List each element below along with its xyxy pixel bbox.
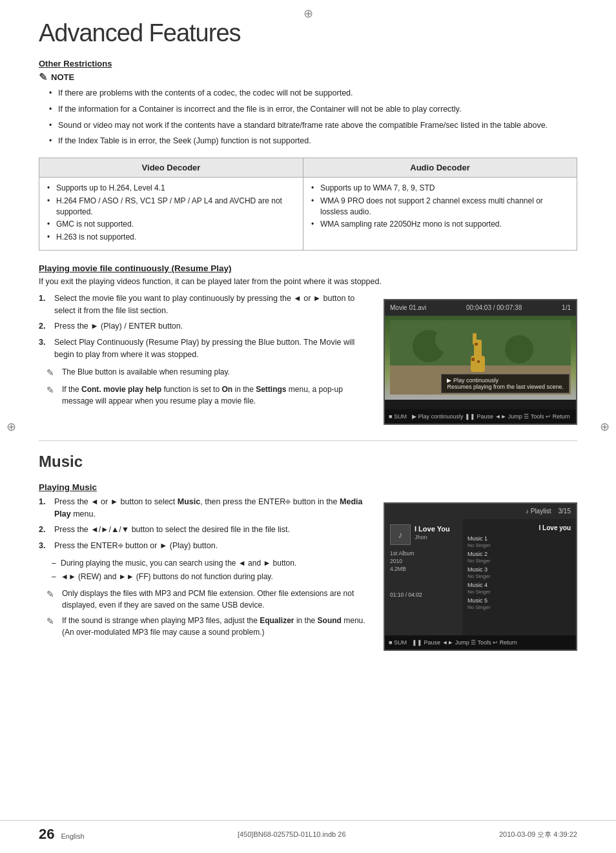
- step-num-2: 2.: [39, 320, 49, 333]
- pencil-icon-2: ✎: [46, 384, 58, 407]
- step-num-1: 1.: [39, 293, 49, 317]
- movie-step-3: 3. Select Play Continuously (Resume Play…: [39, 336, 371, 361]
- music-dash-1: During playing the music, you can search…: [52, 557, 371, 569]
- video-item-1: Supports up to H.264, Level 4.1: [47, 183, 295, 194]
- movie-sub-note-1: ✎ The Blue button is available when resu…: [39, 366, 371, 380]
- note-item-1: If there are problems with the contents …: [49, 87, 577, 99]
- music-album: 1st Album: [390, 550, 457, 557]
- audio-decoder-cell: Supports up to WMA 7, 8, 9, STD WMA 9 PR…: [303, 178, 577, 251]
- music-step-num-2: 2.: [39, 524, 49, 536]
- screen-overlay: ▶ Play continuously Resumes playing from…: [441, 374, 570, 393]
- screen-bottom-left: ■ SUM: [389, 413, 407, 420]
- svg-rect-10: [477, 360, 480, 363]
- crosshair-left-icon: ⊕: [6, 420, 16, 434]
- movie-two-col: 1. Select the movie file you want to pla…: [39, 293, 577, 425]
- music-step-content-1: Press the ◄ or ► button to select Music,…: [54, 496, 371, 520]
- movie-screen-area: Movie 01.avi 00:04:03 / 00:07:38 1/1: [384, 293, 577, 425]
- movie-sub-note-text-1: The Blue button is available when resumi…: [62, 366, 230, 380]
- movie-sub-note-2: ✎ If the Cont. movie play help function …: [39, 384, 371, 407]
- music-step-1: 1. Press the ◄ or ► button to select Mus…: [39, 496, 371, 520]
- footer-file-info: [450]BN68-02575D-01L10.indb 26: [238, 830, 346, 838]
- pencil-icon-1: ✎: [46, 366, 58, 380]
- music-sub-note-2: ✎ If the sound is strange when playing M…: [39, 615, 371, 638]
- page-number: 26: [39, 826, 54, 843]
- music-steps-list: 1. Press the ◄ or ► button to select Mus…: [39, 496, 371, 552]
- music-screen-mockup: ♪ Playlist 3/15 ♪ I Love You Jhon: [384, 502, 577, 651]
- audio-item-3: WMA sampling rate 22050Hz mono is not su…: [311, 219, 569, 230]
- step-content-1: Select the movie file you want to play c…: [54, 293, 371, 317]
- music-size: 4.2MB: [390, 566, 457, 572]
- note-list: If there are problems with the contents …: [39, 87, 577, 147]
- music-section: Music Playing Music 1. Press the ◄ or ► …: [39, 453, 577, 651]
- movie-instructions: 1. Select the movie file you want to pla…: [39, 293, 371, 425]
- note-item-4: If the Index Table is in error, the Seek…: [49, 135, 577, 147]
- music-track-1: Music 1 No Singer: [467, 535, 571, 548]
- other-restrictions-heading: Other Restrictions: [39, 59, 577, 68]
- music-step-2: 2. Press the ◄/►/▲/▼ button to select th…: [39, 524, 371, 536]
- svg-point-3: [435, 327, 461, 353]
- other-restrictions-section: Other Restrictions ✎ NOTE If there are p…: [39, 59, 577, 147]
- audio-item-1: Supports up to WMA 7, 8, 9, STD: [311, 183, 569, 194]
- page-title: Advanced Features: [39, 19, 577, 47]
- music-progress: 01:10 / 04:02: [390, 591, 457, 598]
- note-item-3: Sound or video may not work if the conte…: [49, 119, 577, 132]
- music-step-content-2: Press the ◄/►/▲/▼ button to select the d…: [54, 524, 371, 536]
- music-instructions: 1. Press the ◄ or ► button to select Mus…: [39, 496, 371, 651]
- section-divider: [39, 440, 577, 441]
- movie-step-1: 1. Select the movie file you want to pla…: [39, 293, 371, 317]
- step-content-2: Press the ► (Play) / ENTER button.: [54, 320, 371, 333]
- music-step-3: 3. Press the ENTER⎆ button or ► (Play) b…: [39, 540, 371, 552]
- audio-item-2: WMA 9 PRO does not support 2 channel exc…: [311, 196, 569, 218]
- music-right-panel: I Love you Music 1 No Singer Music 2 No …: [462, 519, 576, 635]
- music-sub-note-1: ✎ Only displays the files with MP3 and P…: [39, 588, 371, 611]
- audio-decoder-header: Audio Decoder: [303, 158, 577, 178]
- music-bottom-left: ■ SUM: [389, 639, 407, 646]
- video-decoder-header: Video Decoder: [39, 158, 303, 178]
- music-screen-top-bar: ♪ Playlist 3/15: [385, 504, 576, 519]
- svg-rect-8: [475, 343, 478, 345]
- music-song-title: I Love You: [415, 525, 450, 533]
- screen-filename: Movie 01.avi: [390, 304, 426, 311]
- music-screen-bottom-bar: ■ SUM ❚❚ Pause ◄► Jump ☰ Tools ↩ Return: [385, 635, 576, 650]
- music-step-num-1: 1.: [39, 496, 49, 520]
- note-label: ✎ NOTE: [39, 71, 577, 83]
- footer-language: English: [61, 832, 84, 840]
- overlay-sub: Resumes playing from the last viewed sce…: [447, 384, 564, 390]
- music-track-5: Music 5 No Singer: [467, 597, 571, 610]
- music-track-3: Music 3 No Singer: [467, 566, 571, 579]
- video-item-4: H.263 is not supported.: [47, 232, 295, 243]
- music-track-2: Music 2 No Singer: [467, 551, 571, 564]
- music-two-col: 1. Press the ◄ or ► button to select Mus…: [39, 496, 577, 651]
- step-num-3: 3.: [39, 336, 49, 361]
- music-step-content-3: Press the ENTER⎆ button or ► (Play) butt…: [54, 540, 371, 552]
- music-screen-area: ♪ Playlist 3/15 ♪ I Love You Jhon: [384, 496, 577, 651]
- music-year: 2010: [390, 558, 457, 564]
- video-item-2: H.264 FMO / ASO / RS, VC1 SP / MP / AP L…: [47, 196, 295, 218]
- movie-step-2: 2. Press the ► (Play) / ENTER button.: [39, 320, 371, 333]
- movie-sub-note-text-2: If the Cont. movie play help function is…: [62, 384, 371, 407]
- decoder-table: Video Decoder Audio Decoder Supports up …: [39, 158, 577, 251]
- music-sub-note-text-2: If the sound is strange when playing MP3…: [62, 615, 371, 638]
- pencil-icon-4: ✎: [46, 615, 58, 638]
- step-content-3: Select Play Continuously (Resume Play) b…: [54, 336, 371, 361]
- page-content: ⊕ ⊕ ⊕ Advanced Features Other Restrictio…: [0, 0, 616, 853]
- footer-date: 2010-03-09 오후 4:39:22: [499, 830, 577, 839]
- movie-steps-list: 1. Select the movie file you want to pla…: [39, 293, 371, 361]
- page-footer: 26 English [450]BN68-02575D-01L10.indb 2…: [0, 820, 616, 843]
- overlay-title: ▶ Play continuously: [447, 377, 564, 384]
- movie-section: Playing movie file continuously (Resume …: [39, 263, 577, 425]
- music-step-num-3: 3.: [39, 540, 49, 552]
- screen-video-area: ▶ Play continuously Resumes playing from…: [385, 316, 576, 400]
- music-note-icon: ♪: [390, 524, 411, 545]
- video-item-3: GMC is not supported.: [47, 219, 295, 230]
- music-track-4: Music 4 No Singer: [467, 582, 571, 595]
- music-artist: Jhon: [415, 534, 450, 540]
- movie-screen-mockup: Movie 01.avi 00:04:03 / 00:07:38 1/1: [384, 299, 577, 425]
- music-dash-2: ◄► (REW) and ►► (FF) buttons do not func…: [52, 571, 371, 582]
- playing-music-heading: Playing Music: [39, 482, 577, 492]
- music-playlist-label: ♪ Playlist 3/15: [526, 508, 571, 515]
- screen-bottom-controls: ▶ Play continuously ❚❚ Pause ◄► Jump ☰ T…: [412, 413, 570, 420]
- pencil-icon-3: ✎: [46, 588, 58, 611]
- movie-section-description: If you exit the playing videos function,…: [39, 277, 577, 286]
- svg-point-4: [505, 335, 533, 364]
